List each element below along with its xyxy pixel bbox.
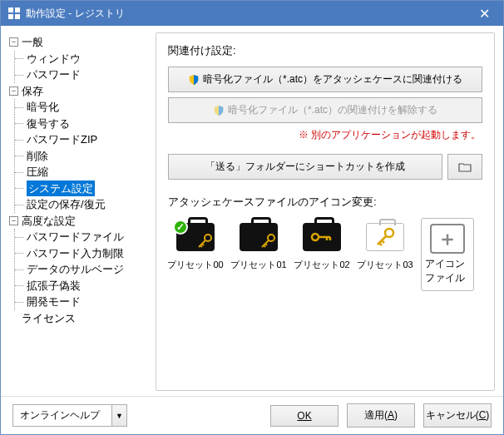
check-icon: ✓: [173, 220, 188, 235]
dropdown-icon[interactable]: ▼: [112, 404, 127, 427]
preset-00[interactable]: ✓ プリセット00: [168, 218, 223, 291]
svg-point-5: [268, 235, 274, 241]
tree-node-license[interactable]: ライセンス: [7, 310, 147, 327]
tree-node-saverestore[interactable]: 設定の保存/復元: [20, 196, 147, 213]
assoc-heading: 関連付け設定:: [168, 43, 482, 58]
tree-node-pwdinput[interactable]: パスワード入力制限: [20, 245, 147, 262]
associate-button[interactable]: 暗号化ファイル（*.atc）をアタッシェケースに関連付ける: [168, 67, 482, 92]
preset-02[interactable]: プリセット02: [294, 218, 349, 291]
ok-button[interactable]: OK: [270, 405, 338, 427]
tree-node-delete[interactable]: 削除: [20, 148, 147, 165]
tree-node-window[interactable]: ウィンドウ: [20, 51, 147, 67]
svg-rect-3: [15, 14, 20, 19]
collapse-icon[interactable]: −: [9, 87, 18, 96]
tree-node-save[interactable]: −保存: [7, 83, 147, 100]
collapse-icon[interactable]: −: [9, 216, 18, 225]
icon-presets: ✓ プリセット00 プリセット01 プリセット02 プリセット03: [168, 218, 482, 291]
shield-icon: [213, 105, 225, 116]
unassociate-button: 暗号化ファイル（*.atc）の関連付けを解除する: [168, 97, 482, 123]
system-panel: 関連付け設定: 暗号化ファイル（*.atc）をアタッシェケースに関連付ける 暗号…: [156, 32, 495, 391]
key-icon: [374, 226, 396, 248]
folder-icon: [458, 162, 472, 172]
plus-icon: ＋: [430, 224, 465, 254]
tree-node-advanced[interactable]: −高度な設定: [7, 213, 147, 230]
help-combo[interactable]: オンラインヘルプ ▼: [12, 404, 127, 427]
tree-node-compress[interactable]: 圧縮: [20, 164, 147, 180]
iconchange-heading: アタッシェケースファイルのアイコン変更:: [168, 195, 482, 210]
icon-file-button[interactable]: ＋ アイコンファイル: [421, 218, 474, 291]
tree-node-system[interactable]: システム設定: [20, 180, 147, 197]
sendto-button[interactable]: 「送る」フォルダーにショートカットを作成: [168, 154, 442, 180]
shield-icon: [188, 74, 200, 86]
preset-03[interactable]: プリセット03: [358, 218, 413, 291]
tree-node-pwdzip[interactable]: パスワードZIP: [20, 131, 147, 148]
cancel-button[interactable]: キャンセル(C): [423, 403, 492, 428]
svg-point-6: [312, 234, 319, 240]
key-icon: [310, 230, 334, 244]
svg-point-7: [385, 229, 393, 237]
titlebar: 動作設定 - レジストリ ✕: [1, 1, 503, 26]
tree-node-password[interactable]: パスワード: [20, 67, 147, 83]
tree-node-salvage[interactable]: データのサルベージ: [20, 261, 147, 278]
settings-tree[interactable]: −一般 ウィンドウ パスワード −保存 暗号化 復号する パスワードZIP 削除…: [7, 32, 147, 391]
svg-point-4: [205, 235, 211, 241]
close-button[interactable]: ✕: [466, 1, 503, 26]
svg-rect-0: [8, 7, 13, 12]
svg-rect-1: [15, 7, 20, 12]
tree-node-devmode[interactable]: 開発モード: [20, 294, 147, 310]
tree-node-encrypt[interactable]: 暗号化: [20, 99, 147, 116]
key-icon: [259, 233, 276, 250]
svg-rect-2: [8, 14, 13, 19]
tree-node-extfake[interactable]: 拡張子偽装: [20, 278, 147, 294]
body: −一般 ウィンドウ パスワード −保存 暗号化 復号する パスワードZIP 削除…: [1, 26, 503, 396]
settings-window: 動作設定 - レジストリ ✕ −一般 ウィンドウ パスワード −保存 暗号化 復…: [0, 0, 504, 435]
preset-01[interactable]: プリセット01: [231, 218, 286, 291]
collapse-icon[interactable]: −: [9, 37, 18, 47]
app-icon: [7, 7, 21, 20]
window-title: 動作設定 - レジストリ: [26, 7, 466, 21]
warning-text: ※ 別のアプリケーションが起動します。: [168, 128, 481, 142]
footer: オンラインヘルプ ▼ OK 適用(A) キャンセル(C): [1, 396, 503, 434]
key-icon: [196, 233, 213, 250]
apply-button[interactable]: 適用(A): [347, 403, 415, 428]
tree-node-decrypt[interactable]: 復号する: [20, 116, 147, 132]
tree-node-pwdfile[interactable]: パスワードファイル: [20, 229, 147, 245]
open-folder-button[interactable]: [447, 154, 482, 180]
tree-node-general[interactable]: −一般: [7, 34, 147, 51]
